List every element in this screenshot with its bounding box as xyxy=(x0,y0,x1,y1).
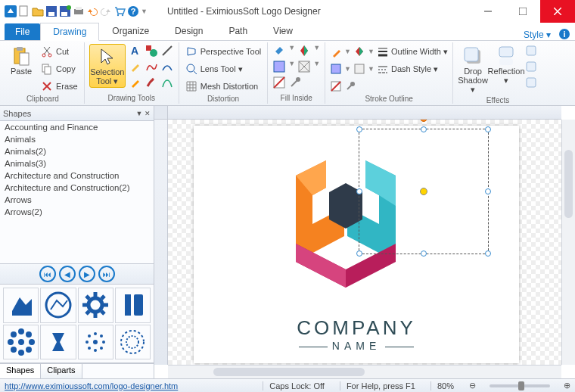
ow-label[interactable]: Outline Width ▾ xyxy=(391,47,448,57)
strokeeyedrop-icon[interactable] xyxy=(344,80,356,92)
nav-prev-icon[interactable]: ◀ xyxy=(59,266,76,282)
handle-s[interactable] xyxy=(421,250,427,257)
maximize-button[interactable] xyxy=(505,0,540,23)
handle-w[interactable] xyxy=(356,188,362,194)
status-url[interactable]: http://www.eximioussoft.com/logo-designe… xyxy=(5,381,178,390)
strokegrad-icon[interactable] xyxy=(353,45,365,58)
tab-organize[interactable]: Organize xyxy=(99,22,162,40)
scrollbar-v[interactable] xyxy=(561,120,575,365)
help-icon[interactable]: i xyxy=(558,28,570,40)
thumb[interactable] xyxy=(3,288,39,323)
zoom-out-icon[interactable]: ⊖ xyxy=(469,381,476,390)
eyedrop-icon[interactable] xyxy=(288,76,302,89)
thumb[interactable] xyxy=(78,288,113,323)
bezier-tool-icon[interactable] xyxy=(160,76,174,89)
shape-cat[interactable]: Architecture and Construction xyxy=(0,170,154,182)
print-icon[interactable] xyxy=(73,5,85,17)
handle-n[interactable] xyxy=(421,126,427,132)
pin-icon[interactable]: ▼ ✕ xyxy=(136,110,151,117)
ds-label[interactable]: Dash Style ▾ xyxy=(391,64,438,74)
texture-icon[interactable] xyxy=(297,60,311,73)
close-button[interactable] xyxy=(540,0,575,23)
shape-cat[interactable]: Architecture and Construction(2) xyxy=(0,182,154,194)
handle-ne[interactable] xyxy=(485,126,491,132)
tab-design[interactable]: Design xyxy=(162,22,216,40)
thumb[interactable] xyxy=(115,325,151,360)
cut-button[interactable]: Cut xyxy=(39,44,79,59)
shapes-tool-icon[interactable] xyxy=(145,44,158,58)
viewport[interactable]: COMPANY NAME xyxy=(168,120,561,365)
zoom-in-icon[interactable]: ⊕ xyxy=(564,381,570,390)
handle-se[interactable] xyxy=(485,250,491,257)
shape-cat[interactable]: Arrows xyxy=(0,194,154,206)
dd-icon[interactable]: ▼ xyxy=(368,48,375,55)
handle-e[interactable] xyxy=(485,188,491,194)
nav-last-icon[interactable]: ⏭ xyxy=(98,266,115,282)
qat-dd-icon[interactable]: ▼ xyxy=(141,8,148,15)
help-icon[interactable]: ? xyxy=(127,5,139,17)
style-link[interactable]: Style ▾ xyxy=(524,30,554,40)
tab-cliparts[interactable]: Cliparts xyxy=(41,364,82,378)
logo-text[interactable]: COMPANY NAME xyxy=(194,316,519,352)
freehand-tool-icon[interactable] xyxy=(145,60,158,73)
brush-tool-icon[interactable] xyxy=(145,76,158,89)
shape-cat[interactable]: Arrows(2) xyxy=(0,206,154,218)
text-tool-icon[interactable]: A xyxy=(129,44,142,58)
nostroke-icon[interactable] xyxy=(330,80,342,92)
shape-cat[interactable]: Animals(2) xyxy=(0,145,154,157)
scrollbar-h[interactable] xyxy=(168,365,561,378)
dd-icon[interactable]: ▼ xyxy=(288,44,295,58)
new-icon[interactable] xyxy=(18,5,30,17)
dd-icon[interactable]: ▼ xyxy=(313,44,320,58)
thumb[interactable] xyxy=(3,325,39,360)
gradient-icon[interactable] xyxy=(297,44,311,58)
curve-tool-icon[interactable] xyxy=(160,60,174,73)
thumb[interactable] xyxy=(40,325,76,360)
stroketexture-icon[interactable] xyxy=(353,63,365,75)
zoom-slider[interactable] xyxy=(490,384,550,387)
mesh-button[interactable]: Mesh Distortion xyxy=(184,79,263,94)
undo-icon[interactable] xyxy=(86,5,98,17)
tab-view[interactable]: View xyxy=(260,22,306,40)
nofill-icon[interactable] xyxy=(272,76,286,89)
handle-sw[interactable] xyxy=(356,250,362,257)
erase-button[interactable]: Erase xyxy=(39,79,79,94)
dd-icon[interactable]: ▼ xyxy=(344,65,351,73)
copy-button[interactable]: Copy xyxy=(39,61,79,76)
fillcolor-icon[interactable] xyxy=(272,44,286,58)
thumb[interactable] xyxy=(115,288,151,323)
pen-tool-icon[interactable] xyxy=(129,60,142,73)
dd-icon[interactable]: ▼ xyxy=(288,60,295,73)
tab-path[interactable]: Path xyxy=(216,22,260,40)
selection-box[interactable] xyxy=(359,129,489,254)
cart-icon[interactable] xyxy=(113,5,126,17)
shape-cat[interactable]: Accounting and Finance xyxy=(0,121,154,133)
width-icon[interactable] xyxy=(377,45,389,58)
file-tab[interactable]: File xyxy=(5,23,40,40)
dd-icon[interactable]: ▼ xyxy=(344,48,351,55)
saveas-icon[interactable] xyxy=(59,5,71,17)
effect2-icon[interactable] xyxy=(524,60,538,73)
shape-cat[interactable]: Animals(3) xyxy=(0,157,154,170)
minimize-button[interactable] xyxy=(471,0,505,23)
dash-icon[interactable] xyxy=(377,63,389,75)
dropshadow-button[interactable]: Drop Shadow ▾ xyxy=(458,44,488,95)
selection-tool-button[interactable]: Selection Tool ▾ xyxy=(89,44,126,88)
handle-nw[interactable] xyxy=(356,126,362,132)
pattern-icon[interactable] xyxy=(272,60,286,73)
thumb[interactable] xyxy=(40,288,76,323)
dd-icon[interactable]: ▼ xyxy=(313,60,320,73)
redo-icon[interactable] xyxy=(100,5,112,17)
effect3-icon[interactable] xyxy=(524,76,538,89)
reflection-button[interactable]: Reflection ▾ xyxy=(491,44,521,86)
glow-icon[interactable] xyxy=(524,44,538,58)
thumb[interactable] xyxy=(78,325,113,360)
dd-icon[interactable]: ▼ xyxy=(368,65,375,73)
paste-button[interactable]: Paste xyxy=(6,44,36,77)
nav-next-icon[interactable]: ▶ xyxy=(79,266,95,282)
rotate-handle[interactable] xyxy=(420,120,427,122)
tab-drawing[interactable]: Drawing xyxy=(40,23,99,41)
save-icon[interactable] xyxy=(45,5,58,17)
straightline-tool-icon[interactable] xyxy=(160,44,174,58)
shape-cat[interactable]: Animals xyxy=(0,133,154,145)
